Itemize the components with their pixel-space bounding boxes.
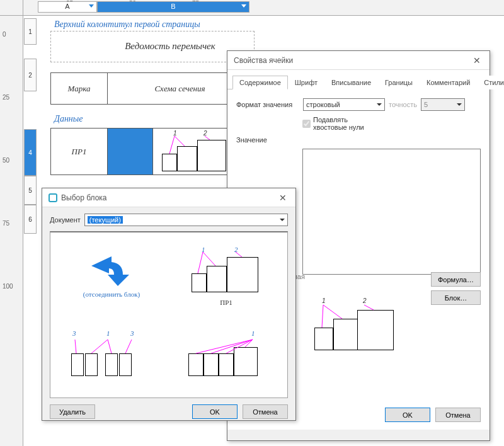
svg-line-15 [226,340,253,353]
col-label: B [171,3,175,10]
precision-value: 5 [424,101,428,108]
header-table: Марка Схема сечения [50,72,253,105]
svg-line-3 [322,305,323,328]
svg-line-13 [196,340,253,353]
chevron-down-icon [89,4,94,8]
ruler-vertical: 0 25 50 75 100 [0,16,23,446]
vr-tick: 0 [3,31,6,38]
tab-borders[interactable]: Границы [378,76,420,89]
document-value: (текущий) [88,216,123,224]
cancel-button[interactable]: Отмена [243,404,288,419]
col-label: A [65,3,69,10]
document-combo[interactable]: (текущий) [84,214,288,226]
preview-diagram: 1 2 [303,297,410,357]
block-picker-dialog: Выбор блока ✕ Документ (текущий) (отсоед… [42,188,296,421]
cell-pr1[interactable]: ПР1 [51,129,108,175]
section-data-label[interactable]: Данные [54,114,83,124]
svg-line-12 [125,340,132,353]
close-icon[interactable]: ✕ [277,193,289,203]
cancel-button[interactable]: Отмена [435,408,481,422]
vr-tick: 25 [3,94,9,101]
svg-line-8 [236,252,242,257]
checkbox-input [302,120,311,128]
thumb-caption: ПР1 [220,299,232,306]
svg-line-0 [169,136,175,154]
svg-line-7 [203,252,215,266]
dialog-titlebar[interactable]: Выбор блока ✕ [42,188,295,207]
row-header-4[interactable]: 4 [24,129,37,176]
app-icon [49,193,57,202]
formula-button[interactable]: Формула… [431,272,481,287]
block-item-4[interactable]: 1 [170,316,282,392]
close-icon[interactable]: ✕ [471,55,483,66]
chevron-down-icon [377,103,382,106]
value-textarea[interactable] [302,149,481,275]
thumb-caption: (отсоединить блок) [83,290,140,298]
label-format: Формат значения [236,101,299,108]
svg-line-5 [364,305,374,310]
dialog-title: Свойства ячейки [234,56,293,65]
ok-button[interactable]: OK [192,404,238,419]
block-thumbnail-grid: (отсоединить блок) 1 2 ПР1 3 1 [50,231,288,398]
svg-line-11 [108,340,112,353]
block-item-3[interactable]: 3 1 3 [55,316,168,392]
data-table: ПР1 1 2 [50,128,253,175]
label-document: Документ [50,216,81,224]
svg-line-10 [91,340,108,353]
block-button[interactable]: Блок… [431,290,481,305]
dialog-title: Выбор блока [61,193,107,202]
svg-line-6 [198,252,203,273]
delete-button[interactable]: Удалить [50,404,95,419]
ok-button[interactable]: OK [385,408,430,422]
svg-line-14 [211,340,253,353]
chevron-down-icon [457,103,462,106]
tab-fit[interactable]: Вписывание [324,76,378,89]
tab-styles[interactable]: Стили [477,76,504,89]
block-item-detach[interactable]: (отсоединить блок) [55,237,168,314]
label-value: Значение [236,136,299,144]
ruler-corner [0,0,23,16]
cell-marka[interactable]: Марка [51,73,108,105]
column-header-b[interactable]: B [97,1,249,13]
svg-line-9 [75,340,76,353]
block-item-pr1[interactable]: 1 2 ПР1 [170,237,282,314]
format-value: строковый [306,101,340,108]
tab-comment[interactable]: Комментарий [420,76,477,89]
detach-arrow-icon [86,253,137,288]
vr-tick: 75 [3,220,9,227]
selected-cell[interactable] [108,129,153,175]
svg-line-1 [175,136,185,146]
format-combo[interactable]: строковый [303,98,385,111]
label-precision: точность [389,101,417,108]
row-header-6[interactable]: 6 [24,205,37,234]
sheet-title: Ведомость перемычек [107,41,233,52]
tab-font[interactable]: Шрифт [288,76,324,89]
row-header-5[interactable]: 5 [24,176,37,205]
chevron-down-icon [280,219,285,221]
row-header-2[interactable]: 2 [24,59,37,91]
row-header-1[interactable]: 1 [24,18,37,45]
chevron-down-icon [241,4,246,8]
vr-tick: 50 [3,157,9,164]
tab-strip: Содержимое Шрифт Вписывание Границы Комм… [227,70,490,89]
page-header-link[interactable]: Верхний колонтитул первой страницы [54,20,200,30]
dialog-titlebar[interactable]: Свойства ячейки ✕ [227,51,490,70]
column-header-a[interactable]: A [38,1,97,13]
tab-content[interactable]: Содержимое [232,76,288,89]
svg-line-4 [323,305,342,319]
vr-tick: 100 [3,283,13,290]
checkbox-suppress-zeros: Подавлять хвостовые нули [302,116,365,131]
precision-combo: 5 [421,98,465,111]
